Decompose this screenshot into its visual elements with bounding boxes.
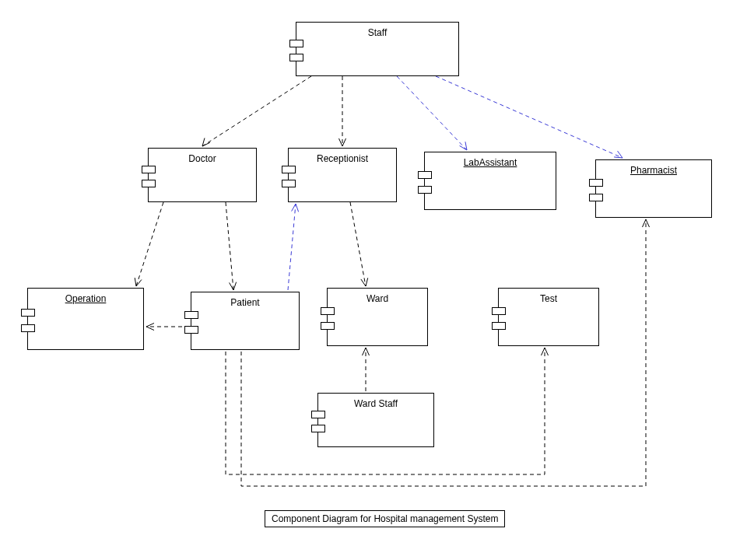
component-port-icon — [21, 309, 35, 317]
component-port-icon — [21, 324, 35, 332]
component-port-icon — [184, 311, 198, 319]
diagram-canvas: StaffDoctorReceptionistLabAssistantPharm… — [0, 0, 747, 560]
arrowhead-icon — [363, 348, 370, 355]
component-port-icon — [282, 166, 296, 173]
component-label: Doctor — [149, 153, 256, 164]
arrowhead-icon — [202, 138, 210, 146]
component-label: Test — [499, 293, 598, 304]
component-doctor: Doctor — [148, 148, 257, 202]
component-operation: Operation — [27, 288, 144, 350]
component-port-icon — [142, 166, 156, 173]
component-port-icon — [589, 179, 603, 187]
diagram-title: Component Diagram for Hospital managemen… — [272, 513, 498, 524]
arrowhead-icon — [460, 142, 467, 150]
component-port-icon — [492, 322, 506, 330]
dependency-arrow — [202, 76, 311, 146]
component-label: LabAssistant — [425, 157, 556, 168]
component-port-icon — [418, 171, 432, 179]
arrowhead-icon — [361, 278, 368, 286]
arrowhead-icon — [614, 151, 622, 158]
dependency-arrow — [350, 202, 366, 286]
component-label: Pharmacist — [596, 165, 711, 176]
component-port-icon — [418, 186, 432, 194]
arrowhead-icon — [230, 282, 237, 290]
component-pharmacist: Pharmacist — [595, 159, 712, 218]
component-label: Ward — [328, 293, 427, 304]
component-staff: Staff — [296, 22, 459, 76]
component-patient: Patient — [191, 292, 300, 350]
component-label: Receptionist — [289, 153, 396, 164]
component-port-icon — [282, 180, 296, 187]
component-label: Staff — [296, 27, 458, 38]
component-label: Patient — [191, 297, 299, 308]
component-port-icon — [589, 194, 603, 201]
arrowhead-icon — [643, 219, 650, 227]
arrowhead-icon — [292, 204, 299, 212]
component-port-icon — [289, 40, 303, 47]
component-port-icon — [492, 307, 506, 315]
arrowhead-icon — [339, 138, 346, 146]
dependency-arrow — [226, 202, 233, 290]
diagram-title-box: Component Diagram for Hospital managemen… — [265, 510, 505, 527]
component-port-icon — [184, 326, 198, 334]
component-labassistant: LabAssistant — [424, 152, 556, 210]
link-layer — [0, 0, 747, 560]
component-port-icon — [311, 411, 325, 418]
component-port-icon — [321, 322, 335, 330]
component-label: Operation — [28, 293, 143, 304]
dependency-arrow — [288, 204, 296, 290]
arrowhead-icon — [146, 324, 154, 331]
component-port-icon — [311, 425, 325, 432]
component-port-icon — [142, 180, 156, 187]
dependency-arrow — [436, 76, 622, 158]
component-port-icon — [321, 307, 335, 315]
dependency-arrow — [136, 202, 163, 286]
arrowhead-icon — [135, 278, 142, 286]
component-port-icon — [289, 54, 303, 61]
component-label: Ward Staff — [318, 398, 433, 409]
component-test: Test — [498, 288, 599, 346]
arrowhead-icon — [542, 348, 549, 355]
component-receptionist: Receptionist — [288, 148, 397, 202]
dependency-arrow — [397, 76, 467, 150]
component-wardstaff: Ward Staff — [317, 393, 434, 447]
component-ward: Ward — [327, 288, 428, 346]
dependency-arrow — [241, 219, 646, 486]
